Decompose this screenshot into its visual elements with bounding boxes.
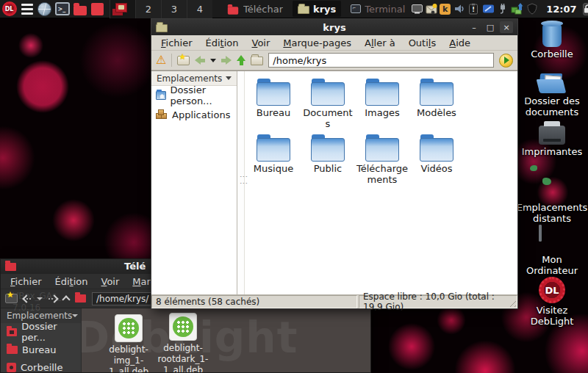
history-dropdown-icon[interactable]: [210, 59, 216, 62]
menu-aller-a[interactable]: Aller à: [358, 37, 402, 48]
file-deblight-rootdark-deb[interactable]: deblight-rootdark_1-1_all.deb: [152, 313, 214, 373]
warning-icon[interactable]: ⚠: [156, 54, 166, 66]
forward-button[interactable]: [221, 56, 232, 65]
fg-sidebar-header[interactable]: Emplacements: [151, 71, 237, 86]
taskbar-window-krys[interactable]: krys: [293, 1, 341, 17]
folder-label: Téléchargements: [355, 164, 409, 186]
folder-public[interactable]: Public: [301, 134, 355, 186]
menu-voir[interactable]: Voir: [95, 276, 126, 287]
clock[interactable]: 12:07: [546, 4, 576, 15]
history-dropdown-icon[interactable]: [37, 297, 43, 300]
new-tab-icon[interactable]: ★: [177, 56, 190, 65]
mail-tray-icon[interactable]: [425, 2, 438, 15]
sidebar-item-bureau[interactable]: Bureau: [1, 341, 81, 358]
folder-images[interactable]: Images: [355, 79, 409, 130]
up-button[interactable]: [237, 55, 245, 65]
minimize-button[interactable]: –: [467, 21, 481, 33]
taskbar-window-terminal[interactable]: ⌐ Terminal: [345, 1, 410, 17]
sidebar-item-dossier-personnel[interactable]: Dossier per...: [1, 323, 81, 341]
fg-path-input[interactable]: [268, 53, 494, 68]
up-button[interactable]: [63, 291, 69, 305]
deb-package-icon: [115, 314, 143, 342]
desktop-icon-label: Emplacements distants: [516, 203, 588, 225]
browser-launcher[interactable]: [37, 1, 52, 17]
desktop-icon-mon-ordinateur[interactable]: Mon Ordinateur: [516, 226, 588, 277]
star-icon: ★: [7, 290, 14, 300]
desktop-icon-label: Visitez DebLight: [516, 305, 588, 327]
bg-sidebar: Emplacements Dossier per... Bureau Corbe…: [1, 308, 82, 373]
applications-icon: [156, 109, 168, 120]
volume-tray-icon[interactable]: [452, 2, 465, 15]
desktop-icon-imprimantes[interactable]: Imprimantes: [516, 121, 588, 158]
menu-voir[interactable]: Voir: [245, 37, 277, 48]
keepass-tray-icon[interactable]: k: [440, 4, 451, 15]
desktop-icon-emplacements-distants[interactable]: Emplacements distants: [516, 174, 588, 225]
shield-tray-icon[interactable]: [526, 2, 539, 15]
menu-aide[interactable]: Aide: [442, 37, 477, 48]
pane-splitter[interactable]: ⋮⋮: [237, 71, 245, 294]
fg-titlebar[interactable]: krys – □ ×: [151, 19, 517, 35]
folder-icon: [298, 6, 309, 14]
menu-fichier[interactable]: Fichier: [4, 276, 49, 287]
fg-window-title: krys: [151, 22, 517, 33]
terminal-launcher[interactable]: >_: [54, 1, 70, 17]
menu-edition[interactable]: Édition: [49, 276, 95, 287]
workspace-4[interactable]: 4: [187, 0, 212, 18]
network-plug-tray-icon[interactable]: [496, 2, 509, 15]
folder-bureau[interactable]: Bureau: [246, 79, 301, 130]
deblight-menu-button[interactable]: DL: [1, 1, 17, 17]
sidebar-item-applications[interactable]: Applications: [151, 105, 237, 124]
desktop-icon-visitez-deblight[interactable]: DL Visitez DebLight: [516, 277, 588, 327]
sidebar-item-label: Dossier per...: [21, 321, 81, 343]
workspace-3[interactable]: 3: [161, 0, 187, 18]
terminal-icon: ⌐: [351, 4, 361, 13]
app-menu-button[interactable]: [19, 1, 35, 17]
screenshot-tray-icon[interactable]: [481, 2, 495, 15]
file-label: deblight-img_1-1_all.deb: [98, 344, 159, 373]
taskbar-window-telechargements[interactable]: Téléchar: [221, 1, 288, 17]
desktop-icon-corbeille[interactable]: Corbeille: [516, 23, 588, 60]
go-button[interactable]: [499, 54, 513, 68]
desktop-icon-dossier-documents[interactable]: Dossier des documents: [516, 73, 588, 118]
fg-file-pane[interactable]: Bureau Documents Images Modèles Musique …: [245, 71, 517, 294]
hamburger-icon: [21, 4, 33, 15]
folder-icon: [257, 79, 290, 106]
folder-musique[interactable]: Musique: [246, 134, 301, 186]
bg-file-pane[interactable]: DebLight deblight-img_1-1_all.deb deblig…: [82, 308, 370, 373]
documents-folder-icon: [538, 73, 566, 94]
lock-screen-button[interactable]: [583, 3, 588, 15]
network-manager-tray-icon[interactable]: [511, 2, 524, 15]
folder-label: Public: [314, 164, 342, 175]
file-manager-window-krys[interactable]: krys – □ × Fichier Édition Voir Marque-p…: [151, 18, 518, 309]
toolbar-separator: [171, 54, 172, 67]
folder-icon[interactable]: [251, 57, 263, 65]
forward-button[interactable]: [49, 296, 57, 302]
folder-videos[interactable]: Vidéos: [409, 134, 464, 186]
fg-sidebar-header-label: Emplacements: [157, 73, 222, 84]
globe-icon: [37, 2, 51, 16]
workspace-1[interactable]: [110, 0, 135, 18]
close-button[interactable]: ×: [500, 21, 513, 33]
new-tab-icon[interactable]: ★: [5, 294, 18, 303]
folder-modeles[interactable]: Modèles: [409, 79, 464, 130]
back-button[interactable]: [195, 56, 205, 65]
display-tray-icon[interactable]: [410, 2, 423, 15]
sidebar-item-corbeille[interactable]: Corbeille: [1, 358, 81, 373]
back-button[interactable]: [24, 296, 31, 302]
folder-documents[interactable]: Documents: [301, 79, 355, 130]
maximize-button[interactable]: □: [484, 21, 497, 33]
clipboard-tray-icon[interactable]: !: [467, 2, 480, 15]
folder-icon[interactable]: [75, 294, 86, 303]
file-manager-launcher[interactable]: [72, 1, 87, 17]
file-deblight-img-deb[interactable]: deblight-img_1-1_all.deb: [98, 314, 159, 373]
menu-edition[interactable]: Édition: [199, 37, 245, 48]
folder-icon: [420, 134, 453, 162]
menu-marque-pages[interactable]: Marque-pages: [276, 37, 358, 48]
splitter-grip-icon[interactable]: ⋮⋮: [239, 173, 248, 186]
sidebar-item-dossier-personnel[interactable]: Dossier person...: [151, 86, 237, 105]
menu-outils[interactable]: Outils: [402, 37, 443, 48]
workspace-2[interactable]: 2: [135, 0, 161, 18]
menu-fichier[interactable]: Fichier: [154, 37, 199, 48]
editor-launcher[interactable]: [90, 1, 105, 17]
folder-telechargements[interactable]: Téléchargements: [355, 134, 409, 186]
